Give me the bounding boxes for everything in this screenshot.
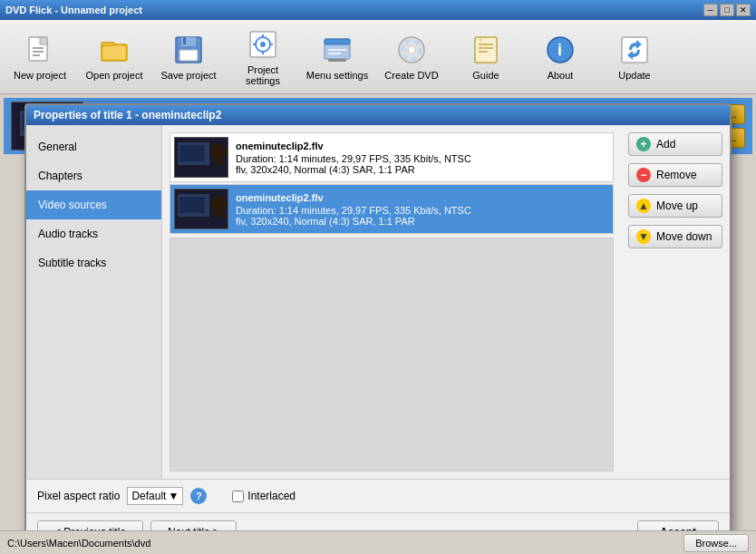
video-item[interactable]: oneminuteclip2.flv Duration: 1:14 minute… [170,132,614,182]
svg-point-14 [260,42,266,47]
interlaced-checkbox[interactable] [232,491,244,502]
svg-rect-1 [40,37,47,44]
about-label: About [548,70,574,81]
down-icon: ▼ [636,229,651,244]
toolbar: New project Open project Save project [0,20,756,94]
new-icon [24,34,56,66]
content-area: oneminuteclip2 C:\downloads\oneminutecli… [0,94,756,554]
properties-modal: Properties of title 1 - oneminuteclip2 G… [24,103,732,553]
up-icon: ▲ [636,199,651,213]
svg-rect-49 [214,209,223,217]
modal-overlay: Properties of title 1 - oneminuteclip2 G… [0,94,756,554]
maximize-button[interactable]: □ [720,4,734,16]
move-down-button[interactable]: ▼ Move down [628,225,722,248]
new-project-label: New project [14,70,66,81]
help-button[interactable]: ? [190,488,207,504]
open-project-label: Open project [86,70,143,81]
modal-right-panel: + Add − Remove ▲ Move up ▼ Move down [621,125,730,479]
video-list: oneminuteclip2.flv Duration: 1:14 minute… [170,132,614,471]
window-controls: ─ □ ✕ [703,4,751,16]
svg-point-25 [408,46,415,53]
interlaced-label: Interlaced [247,490,296,502]
svg-rect-6 [102,43,114,46]
sidebar-item-video-sources[interactable]: Video sources [26,190,161,219]
svg-rect-7 [103,46,125,59]
svg-rect-42 [179,145,205,161]
update-label: Update [618,70,650,81]
svg-rect-23 [328,59,346,62]
video-list-fill [170,238,614,471]
svg-text:i: i [557,41,562,59]
add-icon: + [636,137,651,151]
status-bar: C:\Users\Macen\Documents\dvd Browse... [0,530,756,554]
update-icon [618,34,651,66]
modal-bottom: Pixel aspect ratio Default ▼ ? Interlace… [26,479,730,512]
svg-rect-44 [214,158,223,165]
video-info-1: oneminuteclip2.flv Duration: 1:14 minute… [236,141,471,175]
save-project-button[interactable]: Save project [152,24,225,90]
svg-rect-47 [179,197,205,213]
menu-settings-icon [321,34,354,66]
sidebar-item-chapters[interactable]: Chapters [26,161,161,190]
open-project-button[interactable]: Open project [78,24,150,90]
menu-settings-label: Menu settings [306,70,368,81]
pixel-aspect-ratio-select[interactable]: Default ▼ [127,487,183,505]
project-settings-button[interactable]: Project settings [227,24,299,90]
svg-rect-11 [179,50,198,61]
video-item-selected[interactable]: oneminuteclip2.flv Duration: 1:14 minute… [170,184,614,234]
remove-video-button[interactable]: − Remove [628,163,722,187]
create-dvd-button[interactable]: Create DVD [375,24,448,90]
sidebar-item-general[interactable]: General [26,132,161,161]
status-path: C:\Users\Macen\Documents\dvd [7,538,150,549]
svg-point-43 [210,143,227,160]
modal-sidebar: General Chapters Video sources Audio tra… [26,125,162,479]
project-settings-icon [247,28,279,61]
close-button[interactable]: ✕ [736,4,751,16]
modal-title-bar: Properties of title 1 - oneminuteclip2 [26,105,730,125]
move-up-button[interactable]: ▲ Move up [628,194,722,218]
about-button[interactable]: i About [524,24,596,90]
sidebar-item-subtitle-tracks[interactable]: Subtitle tracks [26,248,161,277]
dropdown-arrow-icon: ▼ [168,490,179,502]
guide-icon: ? [470,34,502,66]
modal-main: oneminuteclip2.flv Duration: 1:14 minute… [162,125,621,479]
pixel-aspect-ratio-label: Pixel aspect ratio [37,490,120,502]
project-settings-label: Project settings [231,64,295,86]
window-title: DVD Flick - Unnamed project [5,5,142,15]
save-project-label: Save project [160,70,216,81]
create-dvd-icon [395,34,428,66]
remove-icon: − [636,168,651,182]
sidebar-item-audio-tracks[interactable]: Audio tracks [26,219,161,248]
svg-rect-10 [183,37,186,44]
new-project-button[interactable]: New project [4,24,76,90]
svg-rect-34 [622,37,647,63]
menu-settings-button[interactable]: Menu settings [301,24,373,90]
guide-label: Guide [472,70,499,81]
pixel-aspect-ratio-row: Pixel aspect ratio Default ▼ ? Interlace… [37,487,719,505]
interlaced-row: Interlaced [232,490,296,502]
save-icon [172,34,205,66]
browse-button[interactable]: Browse... [683,534,749,552]
create-dvd-label: Create DVD [384,70,438,81]
video-info-2: oneminuteclip2.flv Duration: 1:14 minute… [236,192,471,227]
modal-title: Properties of title 1 - oneminuteclip2 [34,109,221,121]
svg-rect-20 [325,39,350,44]
svg-point-48 [210,195,227,211]
modal-body: General Chapters Video sources Audio tra… [26,125,730,479]
open-icon [98,34,131,66]
title-bar: DVD Flick - Unnamed project ─ □ ✕ [0,0,756,20]
guide-button[interactable]: ? Guide [450,24,522,90]
minimize-button[interactable]: ─ [703,4,718,16]
video-thumbnail-2 [174,189,228,229]
add-video-button[interactable]: + Add [628,132,722,156]
update-button[interactable]: Update [598,24,671,90]
video-thumbnail-1 [174,137,228,178]
about-icon: i [544,34,577,66]
